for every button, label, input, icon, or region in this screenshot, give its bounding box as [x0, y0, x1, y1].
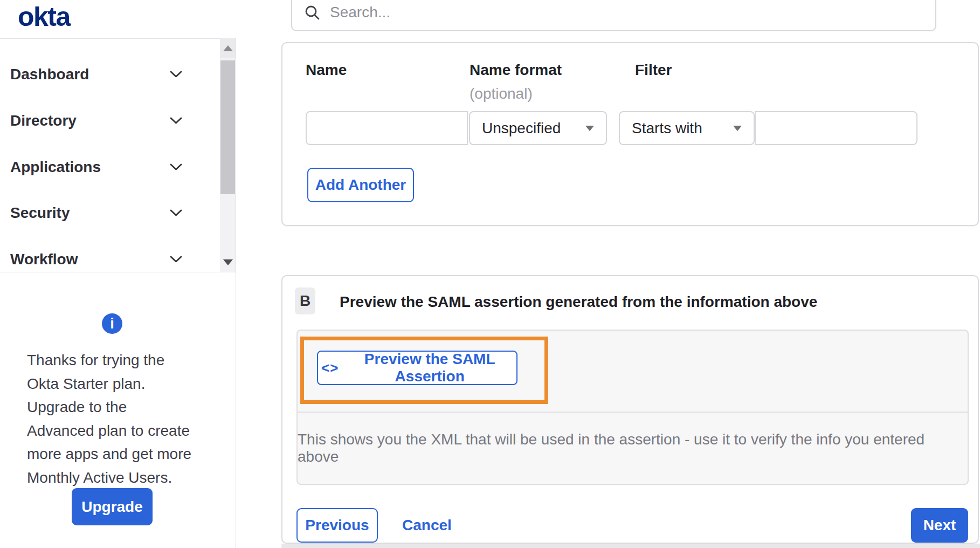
okta-logo: okta [18, 1, 70, 32]
sidebar-divider [236, 38, 236, 548]
filter-value-input[interactable] [755, 111, 917, 145]
sidebar-item-label: Dashboard [10, 66, 89, 83]
sidebar-item-applications[interactable]: Applications [0, 144, 220, 190]
sidebar-item-directory[interactable]: Directory [0, 98, 220, 144]
dropdown-caret-icon [585, 126, 594, 131]
okta-admin-console: okta Dashboard Directory Applications Se… [0, 0, 980, 548]
preview-section-title: Preview the SAML assertion generated fro… [340, 293, 817, 311]
add-another-button[interactable]: Add Another [307, 168, 414, 202]
scrollbar-thumb[interactable] [220, 60, 235, 194]
arrow-up-icon [223, 45, 233, 51]
horizontal-scrollbar[interactable] [281, 544, 980, 548]
next-button[interactable]: Next [911, 508, 968, 543]
sidebar-item-label: Workflow [10, 251, 78, 268]
code-icon: <> [321, 360, 339, 376]
arrow-down-icon [223, 259, 233, 265]
chevron-down-icon [170, 209, 182, 217]
preview-panel: <> Preview the SAML Assertion This shows… [296, 330, 969, 485]
name-format-dropdown[interactable]: Unspecified [469, 111, 607, 145]
global-search[interactable] [291, 0, 936, 31]
cancel-button[interactable]: Cancel [390, 508, 464, 543]
name-column-label: Name [306, 61, 347, 79]
sidebar-item-label: Security [10, 204, 70, 222]
preview-saml-card: B Preview the SAML assertion generated f… [281, 275, 979, 544]
preview-panel-top: <> Preview the SAML Assertion [298, 331, 968, 413]
filter-column-label: Filter [635, 61, 672, 79]
dropdown-caret-icon [733, 126, 742, 131]
previous-button[interactable]: Previous [296, 508, 378, 543]
chevron-down-icon [170, 117, 182, 125]
chevron-down-icon [170, 71, 182, 78]
name-format-optional-hint: (optional) [470, 85, 533, 102]
scroll-up-button[interactable] [220, 38, 236, 58]
preview-saml-assertion-button[interactable]: <> Preview the SAML Assertion [317, 351, 517, 385]
step-b-badge: B [295, 287, 315, 314]
upgrade-button[interactable]: Upgrade [72, 488, 153, 525]
name-format-column-label: Name format [470, 61, 562, 79]
sidebar-item-workflow[interactable]: Workflow [0, 236, 220, 283]
scroll-down-button[interactable] [220, 252, 236, 272]
attribute-name-input[interactable] [306, 111, 468, 145]
preview-description: This shows you the XML that will be used… [298, 413, 968, 484]
sidebar-item-dashboard[interactable]: Dashboard [0, 51, 220, 98]
name-format-selected-value: Unspecified [482, 120, 561, 137]
sidebar-item-label: Directory [10, 112, 77, 129]
plan-note: Thanks for trying the Okta Starter plan.… [27, 348, 194, 489]
highlight-annotation-box: <> Preview the SAML Assertion [300, 337, 548, 404]
chevron-down-icon [170, 163, 182, 171]
sidebar-item-security[interactable]: Security [0, 190, 220, 236]
search-icon [304, 4, 321, 21]
sidebar-item-label: Applications [10, 159, 101, 176]
chevron-down-icon [170, 256, 182, 263]
preview-button-label: Preview the SAML Assertion [346, 351, 513, 385]
sidebar-scrollbar[interactable] [220, 38, 236, 272]
sidebar-nav: Dashboard Directory Applications Securit… [0, 38, 236, 272]
search-input[interactable] [329, 0, 935, 26]
filter-type-dropdown[interactable]: Starts with [619, 111, 755, 145]
attribute-statements-card: Name Name format (optional) Filter Unspe… [281, 42, 979, 226]
info-icon [102, 313, 122, 334]
filter-type-selected-value: Starts with [632, 120, 702, 137]
